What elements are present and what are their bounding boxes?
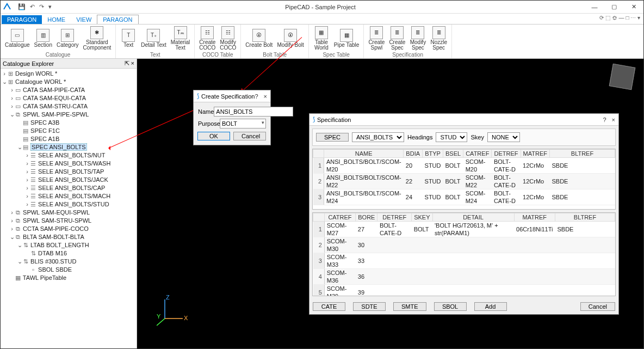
modify-bolt-button[interactable]: ⦿Modify Bolt [275,28,306,49]
catalogue-explorer: Catalogue Explorer ⇱ × ›⊞ Design WORL * … [1,59,137,348]
tab-paragon[interactable]: PARAGON [97,15,138,24]
text-button[interactable]: TText [118,28,139,49]
svg-text:X: X [184,315,188,321]
skey-label: Skey [470,134,484,140]
help-icon[interactable]: ? [603,117,606,123]
purpose-label: Purpose [198,120,220,127]
sbol-button[interactable]: SBOL [434,302,467,311]
smte-button[interactable]: SMTE [393,302,426,311]
view-cube[interactable] [609,64,636,90]
name-label: Name [198,108,214,115]
std-component-button[interactable]: ✱Standard Component [81,25,114,52]
spec-select[interactable]: ANSI_BOLTS [352,132,404,142]
create-spec-button[interactable]: ≣Create Spec [387,25,407,52]
title-bar: 💾 ↶ ↷ ▾ PipeCAD - Sample Project — ▢ ✕ [1,1,643,14]
add-button[interactable]: Add [474,302,507,311]
cate-button[interactable]: CATE [313,302,345,311]
tab-paragon-file[interactable]: PARAGON [2,15,42,24]
tab-view[interactable]: VIEW [71,15,97,24]
dialog-icon: ⟆ [197,93,199,100]
create-spec-dialog: ⟆Create Specification ?× Name Purpose ▾ … [193,90,271,145]
table-row[interactable]: 5SCOM-M3939 [313,285,615,296]
view-controls[interactable]: ⟳ ⬚ ⯐ — □ ⋯ ▾ [599,15,640,21]
catalogue-button[interactable]: ▭Catalogue [3,28,32,49]
spec-button[interactable]: SPEC [316,133,349,142]
upper-grid[interactable]: NAMEBDIABTYPBSELCATREFDETREFMATREFBLTREF… [312,149,616,210]
svg-text:Z: Z [166,294,170,301]
chevron-down-icon[interactable]: ▾ [262,120,264,125]
app-logo-icon [1,1,14,14]
explorer-title: Catalogue Explorer [3,60,54,67]
material-text-button[interactable]: TₘMaterial Text [169,25,193,52]
create-bolt-button[interactable]: ⦿Create Bolt [243,28,275,49]
undo-icon[interactable]: ↶ [30,3,35,10]
minimize-button[interactable]: — [585,1,604,14]
purpose-select[interactable] [220,119,266,128]
create-spwl-button[interactable]: ≣Create Spwl [366,25,387,52]
detail-text-button[interactable]: T₊Detail Text [139,28,169,49]
modify-coco-button[interactable]: ☷Modify COCO [218,25,238,52]
ribbon: ▭Catalogue ▥Section ⊞Category ✱Standard … [1,25,643,59]
category-button[interactable]: ⊞Category [54,28,81,49]
annotation-arrow-1 [106,146,110,150]
spec-title: Specification [317,117,351,123]
table-row[interactable]: 4SCOM-M3636 [313,269,615,285]
panel-close-icon[interactable]: × [131,60,134,66]
tab-home[interactable]: HOME [42,15,71,24]
svg-text:Y: Y [157,313,161,320]
ribbon-tabs: PARAGON HOME VIEW PARAGON [1,14,643,25]
app-title: PipeCAD - Sample Project [56,4,585,10]
tree[interactable]: ›⊞ Design WORL * ⌄⊞ Catalogue WORL * ›▭ … [1,69,137,348]
nozzle-spec-button[interactable]: ≣Nozzle Spec [428,25,449,52]
headings-select[interactable]: STUD [436,132,467,142]
close-icon[interactable]: × [612,117,615,123]
table-world-button[interactable]: ▦Table World [311,25,332,52]
cancel-button[interactable]: Cancel [233,132,266,140]
specification-dialog: ⟆Specification ?× SPEC ANSI_BOLTS Headin… [309,113,619,315]
dialog-icon: ⟆ [313,116,315,123]
close-button[interactable]: ✕ [624,1,643,14]
headings-label: Headings [407,134,432,140]
save-icon[interactable]: 💾 [18,3,26,10]
pipe-table-button[interactable]: ▦Pipe Table [332,28,362,49]
sdte-button[interactable]: SDTE [353,302,386,311]
cancel-button2[interactable]: Cancel [580,302,615,311]
pin-icon[interactable]: ⇱ [125,60,129,66]
axis-gizmo: Z X Y [157,294,189,327]
table-row[interactable]: 3SCOM-M3333 [313,253,615,269]
modify-spec-button[interactable]: ≣Modify Spec [407,25,428,52]
close-icon[interactable]: × [264,93,267,100]
qat-more-icon[interactable]: ▾ [48,3,52,10]
lower-grid[interactable]: CATREFBOREDETREFSKEYDETAILMATREFBLTREF 1… [312,212,616,296]
skey-select[interactable]: NONE [487,132,520,142]
ok-button[interactable]: OK [197,132,230,140]
table-row[interactable]: 2SCOM-M3030 [313,237,615,253]
name-input[interactable] [214,107,293,117]
table-row[interactable]: 1SCOM-M2727BOLT-CATE-DBOLT'BOLT HG/T2061… [313,222,615,237]
maximize-button[interactable]: ▢ [604,1,624,14]
create-coco-button[interactable]: ☷Create COCO [197,25,218,52]
help-icon[interactable]: ? [255,93,258,100]
section-button[interactable]: ▥Section [32,28,54,49]
create-spec-title: Create Specification [201,93,255,100]
redo-icon[interactable]: ↷ [39,3,44,10]
